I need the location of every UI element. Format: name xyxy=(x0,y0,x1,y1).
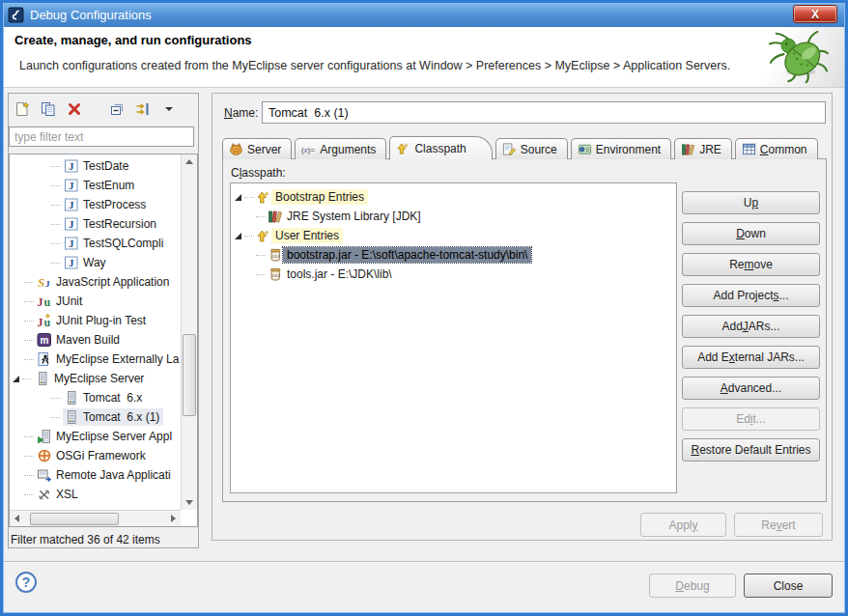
scroll-up-arrow[interactable] xyxy=(182,154,196,169)
classpath-icon xyxy=(396,141,410,155)
tree-item-testrecursion[interactable]: TestRecursion xyxy=(11,214,180,234)
tree-item-junit[interactable]: JUnit xyxy=(11,292,180,311)
junit-icon xyxy=(37,294,52,309)
scrollbar-thumb[interactable] xyxy=(183,334,196,416)
add-jars-button[interactable]: Add JARs... xyxy=(682,315,820,338)
server-application-icon xyxy=(37,429,52,444)
close-icon: X xyxy=(811,8,819,21)
tree-item-way[interactable]: Way xyxy=(11,253,180,272)
tab-classpath[interactable]: Classpath xyxy=(389,136,492,160)
remove-button[interactable]: Remove xyxy=(682,253,820,276)
tab-server[interactable]: Server xyxy=(222,138,292,159)
tree-item-tomcat-6x[interactable]: Tomcat 6.x xyxy=(11,388,180,407)
add-external-jars-button[interactable]: Add External JARs... xyxy=(682,346,820,369)
banner-description: Launch configurations created from the M… xyxy=(19,59,730,72)
banner-title: Create, manage, and run configurations xyxy=(14,33,252,47)
tree-item-osgi-framework[interactable]: OSGi Framework xyxy=(11,446,180,465)
debug-configurations-icon xyxy=(8,7,24,23)
tab-environment[interactable]: Environment xyxy=(571,138,671,159)
configurations-panel: TestDate TestEnum TestProcess TestRecurs… xyxy=(8,93,199,548)
advanced-button[interactable]: Advanced... xyxy=(682,377,820,400)
tree-item-testprocess[interactable]: TestProcess xyxy=(11,195,180,214)
filter-launch-configurations-button[interactable] xyxy=(133,99,153,119)
classpath-item-bootstrap-jar[interactable]: bootstrap.jar - E:\soft\apache-tomcat-st… xyxy=(231,245,676,265)
java-application-icon xyxy=(64,178,79,193)
tab-common[interactable]: Common xyxy=(735,138,818,159)
tree-item-tomcat-6x-1[interactable]: Tomcat 6.x (1) xyxy=(11,407,180,427)
server-icon xyxy=(35,371,50,386)
tree-item-myeclipse-externally[interactable]: MyEclipse Externally La xyxy=(11,350,180,369)
tree-item-testdate[interactable]: TestDate xyxy=(11,156,180,176)
apply-button[interactable]: Apply xyxy=(640,513,726,537)
restore-default-entries-button[interactable]: Restore Default Entries xyxy=(682,438,820,462)
expander-icon[interactable] xyxy=(13,376,19,382)
window-title: Debug Configurations xyxy=(30,8,152,22)
scroll-down-arrow[interactable] xyxy=(182,495,196,510)
edit-button[interactable]: Edit... xyxy=(682,407,820,431)
tab-source[interactable]: Source xyxy=(495,138,568,159)
classpath-item-user-entries[interactable]: User Entries xyxy=(231,226,676,245)
vertical-scrollbar[interactable] xyxy=(181,154,197,510)
classpath-tree: Bootstrap Entries JRE System Library [JD… xyxy=(230,182,677,493)
titlebar[interactable]: Debug Configurations X xyxy=(3,3,845,27)
duplicate-launch-configuration-button[interactable] xyxy=(39,99,58,119)
delete-launch-configuration-button[interactable] xyxy=(65,99,84,119)
tree-item-javascript-application[interactable]: JavaScript Application xyxy=(11,272,180,292)
maven-icon xyxy=(37,332,52,348)
jar-icon xyxy=(268,266,283,282)
java-application-icon xyxy=(64,158,79,174)
debug-button[interactable]: Debug xyxy=(649,574,736,598)
myeclipse-external-icon xyxy=(37,351,52,367)
classpath-label: Classpath: xyxy=(231,166,286,180)
osgi-icon xyxy=(37,448,52,463)
help-icon: ? xyxy=(22,574,31,590)
environment-icon xyxy=(578,142,592,156)
collapse-all-button[interactable] xyxy=(107,99,127,119)
bug-image xyxy=(762,28,832,86)
junit-plugin-icon xyxy=(37,313,52,328)
add-projects-button[interactable]: Add Projects... xyxy=(682,284,820,307)
classpath-item-tools-jar[interactable]: tools.jar - E:\JDK\lib\ xyxy=(231,265,676,284)
jar-icon xyxy=(268,247,283,263)
remote-java-icon xyxy=(37,467,52,483)
tree-item-junit-plugin-test[interactable]: JUnit Plug-in Test xyxy=(11,311,180,330)
tree-item-testsqlcompli[interactable]: TestSQLCompli xyxy=(11,234,180,253)
tree-item-myeclipse-server[interactable]: MyEclipse Server xyxy=(11,369,180,388)
java-application-icon xyxy=(64,255,79,270)
tree-item-testenum[interactable]: TestEnum xyxy=(11,176,180,195)
classpath-item-jre-system-library[interactable]: JRE System Library [JDK] xyxy=(231,207,676,226)
scroll-left-arrow[interactable] xyxy=(10,512,24,526)
classpath-entries-icon xyxy=(256,228,271,243)
tree-item-myeclipse-server-application[interactable]: MyEclipse Server Appl xyxy=(11,427,180,446)
tab-arguments[interactable]: Arguments xyxy=(295,138,386,159)
revert-button[interactable]: Revert xyxy=(734,513,823,537)
scroll-right-arrow[interactable] xyxy=(166,512,181,526)
expander-icon[interactable] xyxy=(235,233,241,239)
xsl-icon xyxy=(37,487,52,502)
down-button[interactable]: Down xyxy=(682,222,820,245)
new-launch-configuration-button[interactable] xyxy=(13,99,32,119)
chevron-down-icon xyxy=(165,107,173,111)
source-icon xyxy=(502,142,517,156)
horizontal-scrollbar[interactable] xyxy=(10,510,181,526)
filter-menu-dropdown[interactable] xyxy=(159,99,179,119)
java-application-icon xyxy=(64,216,79,232)
banner: Create, manage, and run configurations L… xyxy=(3,27,845,88)
scrollbar-thumb[interactable] xyxy=(30,513,119,525)
tab-jre[interactable]: JRE xyxy=(674,138,732,159)
tree-item-xsl[interactable]: XSL xyxy=(11,485,180,504)
name-input[interactable] xyxy=(262,101,826,124)
tomcat-icon xyxy=(229,142,243,156)
debug-configurations-dialog: Debug Configurations X Create, manage, a… xyxy=(0,0,848,616)
server-icon xyxy=(64,409,79,425)
close-window-button[interactable]: X xyxy=(793,5,837,23)
tree-item-remote-java-application[interactable]: Remote Java Applicati xyxy=(11,465,180,485)
close-button[interactable]: Close xyxy=(744,574,833,598)
expander-icon[interactable] xyxy=(235,194,241,201)
filter-input[interactable] xyxy=(9,126,194,147)
library-icon xyxy=(268,209,283,224)
up-button[interactable]: Up xyxy=(682,191,820,214)
help-button[interactable]: ? xyxy=(15,572,37,593)
tree-item-maven-build[interactable]: Maven Build xyxy=(11,330,180,350)
classpath-item-bootstrap-entries[interactable]: Bootstrap Entries xyxy=(231,187,676,207)
